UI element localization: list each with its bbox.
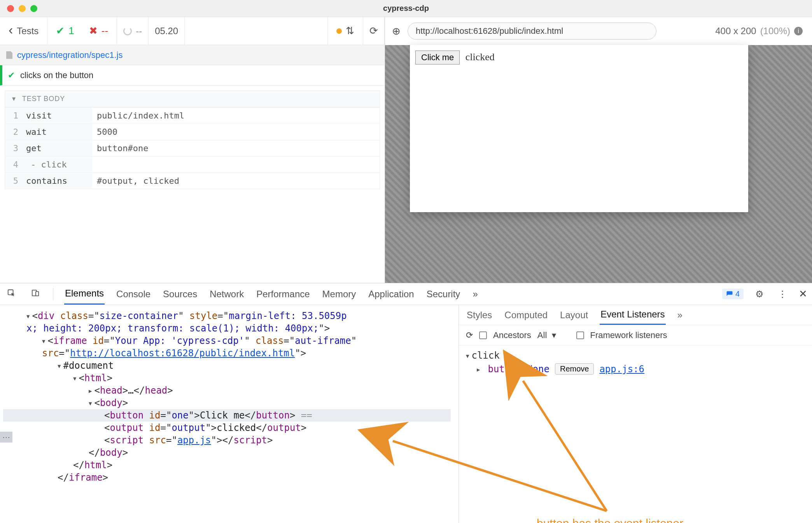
app-preview-pane: ⊕ http://localhost:61628/public/index.ht… (385, 17, 812, 283)
tab-security[interactable]: Security (426, 284, 461, 304)
devtools-tabs: Elements Console Sources Network Perform… (0, 283, 812, 305)
command-arg: #output, clicked (92, 173, 380, 189)
overflow-indicator: ⋯ (0, 432, 12, 443)
tab-memory[interactable]: Memory (322, 284, 357, 304)
info-icon[interactable]: i (794, 27, 803, 35)
window-title: cypress-cdp (0, 4, 812, 13)
tests-label: Tests (17, 26, 38, 37)
gear-icon[interactable]: ⚙ (753, 289, 766, 300)
elements-tree[interactable]: <div class="size-container" style="margi… (0, 305, 459, 523)
tab-application[interactable]: Application (368, 284, 415, 304)
test-row[interactable]: ✔ clicks on the button (0, 65, 385, 85)
app-output-text: clicked (466, 51, 495, 63)
app-click-me-button[interactable]: Click me (415, 51, 460, 65)
tab-more[interactable]: » (472, 284, 478, 304)
chevron-left-icon (9, 26, 13, 37)
filter-all-dropdown[interactable]: All ▾ (537, 330, 556, 340)
duration-value: 05.20 (155, 26, 178, 37)
framework-label: Framework listeners (590, 330, 667, 340)
command-name: wait (22, 124, 92, 140)
check-icon: ✔ (8, 70, 15, 80)
command-row[interactable]: 4 - click (5, 156, 380, 173)
issues-button[interactable]: 4 (722, 289, 744, 299)
command-arg: 5000 (92, 124, 380, 140)
elements-side-panel: Styles Computed Layout Event Listeners »… (459, 305, 812, 523)
annotation-text: button has the event listener (537, 517, 683, 523)
pass-count: 1 (68, 25, 74, 37)
spec-path: cypress/integration/spec1.js (17, 50, 122, 60)
check-icon: ✔ (56, 25, 65, 37)
fail-count: -- (102, 25, 108, 37)
side-tab-styles[interactable]: Styles (466, 306, 493, 324)
back-to-tests-button[interactable]: Tests (0, 17, 47, 45)
preview-background: Click me clicked (385, 45, 812, 283)
x-icon: ✖ (89, 25, 98, 37)
caret-down-icon (12, 95, 20, 103)
device-toggle-icon[interactable] (29, 289, 42, 300)
side-tab-more[interactable]: » (677, 306, 683, 324)
command-name: visit (22, 108, 92, 124)
kebab-icon[interactable]: ⋮ (775, 289, 789, 300)
command-row[interactable]: 3 get button#one (5, 140, 380, 156)
event-name: click (471, 350, 499, 361)
tab-network[interactable]: Network (209, 284, 245, 304)
command-name: - click (22, 157, 92, 173)
remove-listener-button[interactable]: Remove (555, 363, 594, 375)
test-name: clicks on the button (20, 70, 93, 80)
window-titlebar: cypress-cdp (0, 0, 812, 17)
command-row[interactable]: 5 contains #output, clicked (5, 173, 380, 189)
row-number: 2 (5, 124, 22, 140)
row-number: 5 (5, 173, 22, 189)
tab-sources[interactable]: Sources (162, 284, 198, 304)
ancestors-label: Ancestors (493, 330, 531, 340)
file-icon (6, 51, 12, 59)
side-tab-computed[interactable]: Computed (504, 306, 548, 324)
command-arg: button#one (92, 140, 380, 156)
close-devtools-icon[interactable]: ✕ (799, 288, 807, 300)
framework-checkbox[interactable] (576, 331, 584, 339)
spinner-icon (123, 27, 132, 35)
test-body: TEST BODY 1 visit public/index.html 2 wa… (5, 90, 380, 189)
pending-stat: -- (117, 17, 149, 45)
side-tab-layout[interactable]: Layout (559, 306, 589, 324)
event-group[interactable]: click (466, 350, 805, 361)
command-name: get (22, 140, 92, 156)
command-arg: public/index.html (92, 108, 380, 124)
resize-icon[interactable]: ⇅ (346, 25, 354, 37)
refresh-listeners-icon[interactable]: ⟳ (466, 330, 473, 340)
test-body-label: TEST BODY (22, 95, 65, 103)
row-number: 1 (5, 108, 22, 124)
ancestors-checkbox[interactable] (479, 331, 487, 339)
url-text: http://localhost:61628/public/index.html (416, 26, 563, 36)
reload-icon: ⟳ (369, 25, 378, 37)
row-number: 4 (5, 157, 22, 173)
tab-console[interactable]: Console (116, 284, 151, 304)
reload-button[interactable]: ⟳ (363, 17, 385, 45)
event-listener-row[interactable]: button#one Remove app.js:6 (466, 361, 805, 377)
tab-performance[interactable]: Performance (256, 284, 310, 304)
status-dot-icon (336, 28, 342, 34)
command-row[interactable]: 1 visit public/index.html (5, 107, 380, 124)
selector-playground-icon[interactable]: ⊕ (392, 25, 401, 37)
side-tab-event-listeners[interactable]: Event Listeners (600, 305, 665, 325)
command-row[interactable]: 2 wait 5000 (5, 124, 380, 140)
viewport-dims: 400 x 200 (715, 26, 756, 37)
cypress-toolbar: Tests ✔ 1 ✖ -- -- 05.20 ⇅ ⟳ (0, 17, 385, 45)
url-field[interactable]: http://localhost:61628/public/index.html (408, 23, 656, 40)
command-arg (92, 162, 380, 168)
test-body-header[interactable]: TEST BODY (5, 90, 380, 107)
duration: 05.20 (149, 17, 185, 45)
inspect-icon[interactable] (5, 289, 18, 300)
caret-right-icon (477, 364, 482, 375)
issues-count: 4 (735, 289, 740, 298)
row-number: 3 (5, 140, 22, 156)
viewport-zoom: (100%) (760, 26, 790, 37)
spec-file-bar[interactable]: cypress/integration/spec1.js (0, 45, 385, 65)
devtools: Elements Console Sources Network Perform… (0, 283, 812, 523)
tab-elements[interactable]: Elements (64, 283, 105, 305)
run-stats: ✔ 1 ✖ -- (47, 17, 117, 45)
listener-source-link[interactable]: app.js:6 (599, 364, 644, 375)
app-iframe: Click me clicked (410, 45, 748, 212)
command-name: contains (22, 173, 92, 189)
viewport-controls: ⇅ (327, 17, 363, 45)
